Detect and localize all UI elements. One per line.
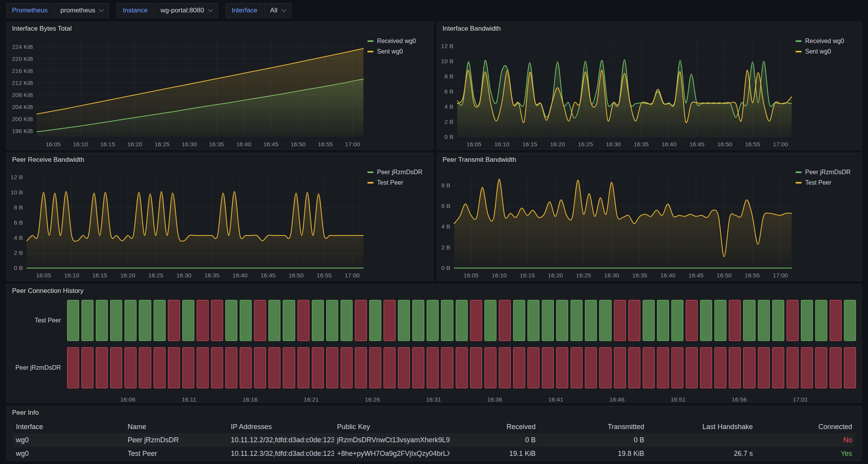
svg-text:16:20: 16:20: [550, 141, 565, 147]
state-connected-bar: [268, 300, 280, 341]
svg-text:16:05: 16:05: [463, 272, 479, 279]
column-header[interactable]: Public Key: [334, 423, 450, 431]
svg-text:224 KiB: 224 KiB: [12, 43, 33, 50]
panel-interface-bandwidth: Interface Bandwidth 0 B2 B4 B6 B8 B10 B1…: [437, 22, 862, 150]
state-disconnected-bar: [225, 347, 237, 388]
state-connected-bar: [844, 300, 856, 341]
timeline-axis-label: 16:41: [548, 396, 564, 403]
column-header[interactable]: Transmitted: [539, 423, 647, 431]
legend-item[interactable]: Test Peer: [367, 179, 430, 186]
panel-title[interactable]: Peer Transmit Bandwidth: [437, 153, 861, 166]
svg-text:2 B: 2 B: [14, 249, 23, 256]
column-header[interactable]: Name: [124, 423, 228, 431]
state-disconnected-bar: [614, 300, 626, 341]
legend-item[interactable]: Peer jRzmDsDR: [367, 169, 430, 176]
column-header[interactable]: Last Handshake: [647, 423, 756, 431]
state-disconnected-bar: [81, 347, 93, 388]
peer-info-table: InterfaceNameIP AddressesPublic KeyRecei…: [13, 420, 855, 461]
variable-dropdown-instance[interactable]: wg-portal:8080: [155, 3, 218, 18]
column-header[interactable]: Received: [450, 423, 539, 431]
panel-peer-info: Peer Info InterfaceNameIP AddressesPubli…: [6, 406, 862, 461]
panel-title[interactable]: Peer Receive Bandwidth: [7, 153, 433, 166]
panel-title[interactable]: Peer Connection History: [7, 284, 861, 298]
state-disconnected-bar: [700, 347, 712, 388]
svg-text:16:30: 16:30: [176, 272, 192, 279]
state-disconnected-bar: [830, 300, 842, 341]
legend-item[interactable]: Test Peer: [795, 179, 858, 186]
svg-text:16:15: 16:15: [522, 141, 537, 147]
state-connected-bar: [225, 300, 237, 341]
state-disconnected-bar: [384, 300, 396, 341]
state-disconnected-bar: [369, 347, 381, 388]
state-connected-bar: [398, 300, 410, 341]
svg-text:0 B: 0 B: [444, 133, 453, 140]
panel-title[interactable]: Peer Info: [7, 406, 861, 419]
state-disconnected-bar: [830, 347, 842, 388]
svg-text:12 B: 12 B: [10, 174, 23, 180]
state-connected-bar: [96, 300, 108, 341]
state-connected-bar: [341, 300, 353, 341]
state-disconnected-bar: [427, 347, 439, 388]
state-disconnected-bar: [312, 347, 324, 388]
legend-label: Sent wg0: [805, 48, 831, 55]
svg-text:4 B: 4 B: [14, 234, 23, 241]
svg-text:8 B: 8 B: [14, 204, 23, 211]
legend-item[interactable]: Peer jRzmDsDR: [795, 169, 858, 176]
time-series-plot[interactable]: 0 B2 B4 B6 B8 B16:0516:1016:1516:2016:25…: [438, 166, 795, 280]
variable-dropdown-interface[interactable]: All: [264, 3, 291, 18]
state-disconnected-bar: [787, 347, 799, 388]
svg-text:0 B: 0 B: [441, 265, 450, 271]
state-disconnected-bar: [139, 347, 151, 388]
state-connected-bar: [110, 300, 122, 341]
variable-dropdown-prometheus[interactable]: prometheus: [55, 3, 109, 18]
column-header[interactable]: IP Addresses: [228, 423, 334, 431]
svg-text:16:35: 16:35: [634, 141, 649, 147]
series-color-swatch: [367, 171, 373, 173]
legend-item[interactable]: Received wg0: [795, 38, 858, 45]
time-series-plot[interactable]: 196 KiB200 KiB204 KiB208 KiB212 KiB216 K…: [7, 35, 367, 149]
svg-text:16:40: 16:40: [236, 141, 251, 147]
svg-text:16:20: 16:20: [120, 272, 135, 279]
state-disconnected-bar: [254, 347, 266, 388]
state-connected-bar: [643, 300, 655, 341]
table-cell: +8he+pyWH7Oa9g2FVjIxQzy04brLX+D: [334, 450, 450, 458]
legend-item[interactable]: Sent wg0: [795, 48, 858, 55]
state-disconnected-bar: [254, 300, 266, 341]
svg-text:16:05: 16:05: [467, 141, 482, 147]
legend-item[interactable]: Sent wg0: [367, 48, 430, 55]
state-disconnected-bar: [341, 347, 353, 388]
state-disconnected-bar: [412, 347, 424, 388]
column-header[interactable]: Interface: [13, 423, 124, 431]
state-disconnected-bar: [614, 347, 626, 388]
timeline-axis-label: 16:06: [120, 396, 135, 403]
svg-text:17:00: 17:00: [345, 141, 360, 147]
time-series-plot[interactable]: 0 B2 B4 B6 B8 B10 B12 B16:0516:1016:1516…: [438, 35, 795, 149]
state-connected-bar: [154, 300, 166, 341]
variable-group-prometheus: Prometheus prometheus: [6, 3, 109, 18]
state-timeline: Test PeerPeer jRzmDsDR16:0616:1116:1616:…: [12, 300, 856, 400]
chevron-down-icon: [281, 7, 286, 12]
series-color-swatch: [367, 182, 373, 184]
chart-area: 196 KiB200 KiB204 KiB208 KiB212 KiB216 K…: [7, 35, 432, 149]
svg-text:200 KiB: 200 KiB: [12, 116, 33, 122]
legend: Peer jRzmDsDRTest Peer: [795, 166, 861, 280]
timeline-axis-label: 16:11: [182, 396, 196, 403]
svg-text:16:55: 16:55: [316, 272, 332, 279]
panel-peer-receive-bandwidth: Peer Receive Bandwidth 0 B2 B4 B6 B8 B10…: [6, 153, 434, 281]
state-disconnected-bar: [657, 347, 669, 388]
panel-title[interactable]: Interface Bytes Total: [7, 22, 433, 35]
column-header[interactable]: Connected: [756, 423, 855, 431]
panel-title[interactable]: Interface Bandwidth: [437, 22, 861, 35]
state-connected-bar: [124, 300, 137, 341]
state-disconnected-bar: [571, 347, 583, 388]
time-series-plot[interactable]: 0 B2 B4 B6 B8 B10 B12 B16:0516:1016:1516…: [7, 166, 367, 280]
state-disconnected-bar: [470, 300, 482, 341]
state-disconnected-bar: [599, 347, 611, 388]
panel-peer-connection-history: Peer Connection History Test PeerPeer jR…: [6, 284, 862, 403]
svg-text:16:10: 16:10: [64, 272, 79, 279]
state-disconnected-bar: [182, 347, 194, 388]
state-connected-bar: [326, 300, 338, 341]
legend-item[interactable]: Received wg0: [367, 38, 430, 45]
timeline-row: Peer jRzmDsDR: [12, 347, 856, 388]
state-disconnected-bar: [643, 347, 655, 388]
